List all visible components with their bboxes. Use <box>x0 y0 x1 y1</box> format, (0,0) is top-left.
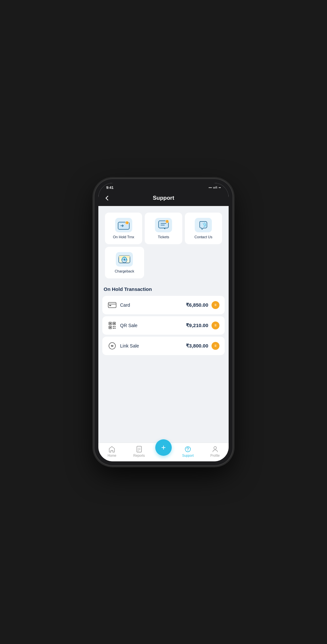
back-button[interactable] <box>104 195 110 201</box>
card-pause-button[interactable]: ⏸ <box>212 301 219 309</box>
status-time: 9:41 <box>106 186 113 190</box>
svg-rect-23 <box>114 326 115 327</box>
card-icon <box>108 300 117 310</box>
svg-rect-13 <box>108 302 116 308</box>
link-icon <box>108 341 117 350</box>
contact-us-icon <box>195 218 212 232</box>
chargeback-icon: ₹ <box>116 252 133 267</box>
battery-icon: ▪▪ <box>219 186 221 189</box>
status-bar: 9:41 ▪▪▪ wifi ▪▪ <box>98 183 229 192</box>
home-icon <box>108 446 115 453</box>
qr-pause-button[interactable]: ⏸ <box>212 322 219 329</box>
tickets-icon: ! <box>155 218 172 232</box>
tickets-label: Tickets <box>158 235 169 239</box>
link-label: Link Sale <box>120 343 139 348</box>
card-amount: ₹6,850.00 <box>186 302 208 308</box>
signal-icon: ▪▪▪ <box>209 186 212 189</box>
svg-rect-19 <box>113 323 115 324</box>
support-grid: ! On Hold Trnx <box>102 210 225 281</box>
header: Support <box>98 192 229 206</box>
card-label: Card <box>120 302 130 308</box>
section-title: On Hold Transaction <box>102 285 225 292</box>
grid-row-1: ! On Hold Trnx <box>105 213 222 244</box>
bottom-nav: Home Reports + <box>98 443 229 461</box>
transaction-link-left: Link Sale <box>108 341 139 350</box>
nav-home-label: Home <box>108 454 116 457</box>
chargeback-card[interactable]: ₹ Chargeback <box>105 247 144 278</box>
nav-fab[interactable]: + <box>153 447 174 456</box>
transaction-card[interactable]: Card ₹6,850.00 ⏸ <box>102 296 225 314</box>
transaction-link-right: ₹3,800.00 ⏸ <box>186 342 219 350</box>
transactions-list: Card ₹6,850.00 ⏸ <box>102 296 225 355</box>
page-title: Support <box>153 195 174 201</box>
on-hold-trnx-icon: ! <box>115 218 132 232</box>
svg-rect-24 <box>113 328 114 329</box>
nav-reports-label: Reports <box>133 454 145 457</box>
svg-point-1 <box>125 221 129 224</box>
nav-support[interactable]: Support <box>174 446 202 457</box>
grid-row-2: ₹ Chargeback <box>105 247 222 278</box>
status-icons: ▪▪▪ wifi ▪▪ <box>209 186 221 189</box>
chargeback-label: Chargeback <box>115 269 134 273</box>
svg-point-33 <box>214 447 216 449</box>
transaction-card-right: ₹6,850.00 ⏸ <box>186 301 219 309</box>
nav-reports[interactable]: Reports <box>126 446 153 457</box>
fab-button[interactable]: + <box>155 439 172 456</box>
svg-text:!: ! <box>126 222 127 224</box>
nav-profile-label: Profile <box>211 454 220 457</box>
transaction-qr-right: ₹9,210.00 ⏸ <box>186 322 219 329</box>
nav-home[interactable]: Home <box>98 446 126 457</box>
support-icon <box>184 446 191 453</box>
fab-icon: + <box>161 444 166 451</box>
main-content: ! On Hold Trnx <box>98 206 229 443</box>
svg-point-32 <box>188 450 188 451</box>
link-pause-button[interactable]: ⏸ <box>212 342 219 350</box>
svg-marker-6 <box>164 228 165 229</box>
transaction-card-left: Card <box>108 300 130 310</box>
svg-rect-15 <box>109 305 111 306</box>
phone-screen: 9:41 ▪▪▪ wifi ▪▪ Support <box>98 183 229 461</box>
svg-rect-25 <box>114 328 115 329</box>
nav-profile[interactable]: Profile <box>202 446 229 457</box>
phone-frame: 9:41 ▪▪▪ wifi ▪▪ Support <box>94 179 233 465</box>
transaction-qr-left: QR Sale <box>108 321 138 330</box>
on-hold-trnx-label: On Hold Trnx <box>113 235 134 239</box>
link-amount: ₹3,800.00 <box>186 343 208 349</box>
profile-icon <box>212 446 219 453</box>
pause-icon: ⏸ <box>214 303 217 307</box>
qr-icon <box>108 321 117 330</box>
wifi-icon: wifi <box>213 186 217 189</box>
qr-label: QR Sale <box>120 323 138 328</box>
nav-support-label: Support <box>182 454 194 457</box>
svg-rect-21 <box>110 327 111 328</box>
contact-us-card[interactable]: Contact Us <box>185 213 222 244</box>
pause-icon-link: ⏸ <box>214 344 217 348</box>
qr-amount: ₹9,210.00 <box>186 322 208 328</box>
transaction-link[interactable]: Link Sale ₹3,800.00 ⏸ <box>102 337 225 355</box>
tickets-card[interactable]: ! Tickets <box>145 213 182 244</box>
svg-rect-27 <box>137 446 141 452</box>
pause-icon-qr: ⏸ <box>214 324 217 327</box>
svg-rect-17 <box>110 323 111 324</box>
transaction-qr[interactable]: QR Sale ₹9,210.00 ⏸ <box>102 316 225 335</box>
svg-rect-22 <box>113 326 114 327</box>
svg-text:!: ! <box>166 221 167 223</box>
contact-us-label: Contact Us <box>194 235 212 239</box>
on-hold-trnx-card[interactable]: ! On Hold Trnx <box>105 213 142 244</box>
reports-icon <box>136 446 143 453</box>
